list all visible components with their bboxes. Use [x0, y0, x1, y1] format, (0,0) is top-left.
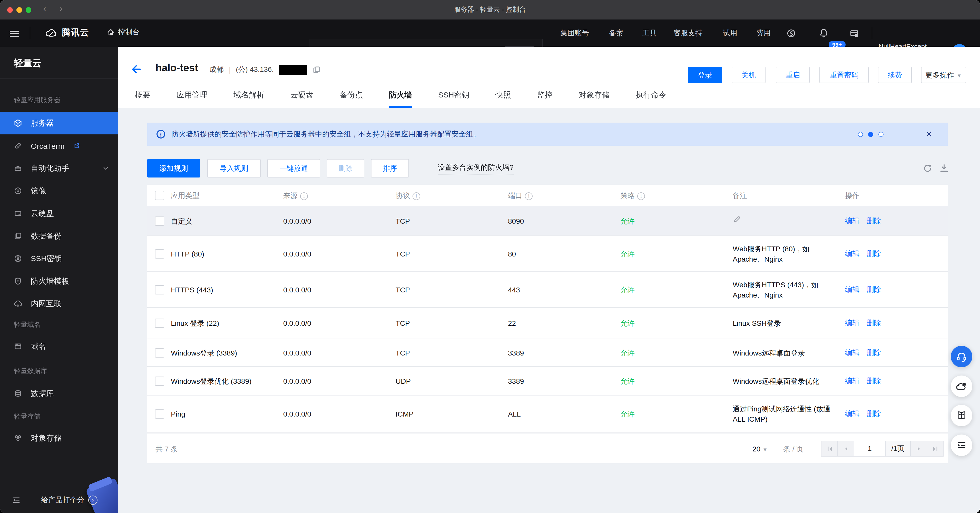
banner-close-icon[interactable]: ✕ [925, 129, 932, 139]
nav-link-icp[interactable]: 备案 [609, 29, 624, 38]
sidebar-item-private-network[interactable]: 内网互联 [0, 292, 118, 315]
edit-remark-pencil-icon[interactable] [733, 216, 741, 224]
edit-link[interactable]: 编辑 [845, 410, 859, 419]
delete-link[interactable]: 删除 [867, 249, 881, 258]
customer-service-button[interactable] [951, 346, 972, 367]
edit-link[interactable]: 编辑 [845, 319, 859, 328]
console-panel-button[interactable] [951, 435, 972, 456]
row-checkbox[interactable] [155, 410, 164, 419]
delete-link[interactable]: 删除 [867, 285, 881, 294]
delete-link[interactable]: 删除 [867, 410, 881, 419]
prev-page-button[interactable] [838, 441, 854, 456]
select-all-checkbox[interactable] [155, 191, 164, 200]
refresh-icon[interactable] [923, 163, 933, 173]
delete-link[interactable]: 删除 [867, 376, 881, 386]
info-icon[interactable]: i [412, 192, 420, 200]
browser-forward-icon[interactable]: › [59, 3, 62, 14]
tab-monitoring[interactable]: 监控 [537, 87, 553, 106]
tab-dns[interactable]: 域名解析 [234, 87, 264, 106]
minimize-window-button[interactable] [16, 7, 22, 13]
last-page-button[interactable] [927, 441, 943, 456]
restart-button[interactable]: 重启 [776, 67, 810, 83]
sidebar-item-automation[interactable]: 自动化助手 [0, 157, 118, 179]
page-size-select[interactable]: 20▼ [752, 445, 768, 453]
info-icon[interactable]: i [300, 192, 308, 200]
next-page-button[interactable] [911, 441, 927, 456]
tab-firewall[interactable]: 防火墙 [389, 87, 412, 108]
nav-link-billing[interactable]: 费用 [756, 29, 771, 38]
sidebar-item-firewall-templates[interactable]: 防火墙模板 [0, 270, 118, 292]
collapse-sidebar-icon[interactable] [12, 496, 21, 504]
billing-panel-icon[interactable] [850, 29, 859, 38]
banner-dot-1[interactable] [858, 132, 863, 137]
sidebar-item-domains[interactable]: 域名 [0, 335, 118, 357]
login-button[interactable]: 登录 [688, 67, 722, 83]
sidebar-item-data-backup[interactable]: 数据备份 [0, 225, 118, 247]
copy-ip-icon[interactable] [312, 66, 320, 74]
edit-link[interactable]: 编辑 [845, 376, 859, 386]
row-checkbox[interactable] [155, 285, 164, 294]
tab-app-management[interactable]: 应用管理 [177, 87, 207, 106]
cell-actions: 编辑删除 [845, 216, 948, 226]
nav-link-group-account[interactable]: 集团账号 [560, 29, 589, 38]
edit-link[interactable]: 编辑 [845, 249, 859, 258]
renew-button[interactable]: 续费 [878, 67, 912, 83]
info-icon[interactable]: i [637, 192, 645, 200]
row-checkbox[interactable] [155, 319, 164, 328]
hamburger-menu-icon[interactable] [10, 29, 19, 38]
back-arrow-icon[interactable] [130, 63, 143, 75]
more-actions-button[interactable]: 更多操作▼ [921, 67, 966, 83]
service-circle-icon[interactable] [787, 29, 796, 38]
delete-link[interactable]: 删除 [867, 319, 881, 328]
current-page-input[interactable]: 1 [854, 441, 886, 456]
add-rule-button[interactable]: 添加规则 [147, 159, 200, 178]
sidebar-item-ssh-keys[interactable]: SSH密钥 [0, 247, 118, 270]
reset-password-button[interactable]: 重置密码 [819, 67, 869, 83]
tab-overview[interactable]: 概要 [135, 87, 150, 106]
tab-snapshots[interactable]: 快照 [496, 87, 511, 106]
tab-object-storage[interactable]: 对象存储 [579, 87, 609, 106]
tab-backup-points[interactable]: 备份点 [340, 87, 363, 106]
multi-instance-firewall-link[interactable]: 设置多台实例的防火墙? [438, 163, 514, 175]
tab-cloud-disk[interactable]: 云硬盘 [290, 87, 313, 106]
row-checkbox[interactable] [155, 216, 164, 226]
edit-link[interactable]: 编辑 [845, 285, 859, 294]
sidebar-item-object-storage[interactable]: 对象存储 [0, 427, 118, 449]
shutdown-button[interactable]: 关机 [732, 67, 765, 83]
sort-button[interactable]: 排序 [371, 159, 409, 178]
rate-product-link[interactable]: 给产品打个分 › [41, 496, 97, 505]
tab-ssh-keys[interactable]: SSH密钥 [438, 87, 469, 106]
sidebar-item-orcaterm[interactable]: OrcaTerm [0, 134, 118, 157]
brand-logo[interactable]: 腾讯云 [45, 27, 89, 38]
documentation-button[interactable] [951, 405, 972, 426]
allow-all-button[interactable]: 一键放通 [267, 159, 320, 178]
delete-rules-button[interactable]: 删除 [327, 159, 364, 178]
notification-bell-icon[interactable] [819, 28, 829, 38]
cloud-alert-button[interactable] [951, 375, 972, 397]
sidebar-item-cloud-disk[interactable]: 云硬盘 [0, 202, 118, 225]
banner-dot-2-active[interactable] [868, 132, 873, 137]
edit-link[interactable]: 编辑 [845, 348, 859, 357]
row-checkbox[interactable] [155, 376, 164, 386]
sidebar-item-images[interactable]: 镜像 [0, 179, 118, 202]
browser-back-icon[interactable]: ‹ [43, 3, 46, 14]
nav-link-tools[interactable]: 工具 [643, 29, 657, 38]
edit-link[interactable]: 编辑 [845, 216, 859, 226]
nav-link-trial[interactable]: 试用 [723, 29, 737, 38]
first-page-button[interactable] [821, 441, 838, 456]
delete-link[interactable]: 删除 [867, 348, 881, 357]
row-checkbox[interactable] [155, 348, 164, 357]
row-checkbox[interactable] [155, 249, 164, 258]
info-icon[interactable]: i [525, 192, 533, 200]
import-rules-button[interactable]: 导入规则 [207, 159, 261, 178]
tab-run-command[interactable]: 执行命令 [636, 87, 667, 106]
delete-link[interactable]: 删除 [867, 216, 881, 226]
banner-dot-3[interactable] [878, 132, 883, 137]
close-window-button[interactable] [7, 7, 13, 13]
console-link[interactable]: 控制台 [107, 28, 140, 37]
sidebar-item-server[interactable]: 服务器 [0, 112, 118, 134]
fullscreen-window-button[interactable] [25, 7, 31, 13]
sidebar-item-database[interactable]: 数据库 [0, 382, 118, 405]
download-icon[interactable] [939, 163, 949, 173]
nav-link-support[interactable]: 客服支持 [674, 29, 702, 38]
